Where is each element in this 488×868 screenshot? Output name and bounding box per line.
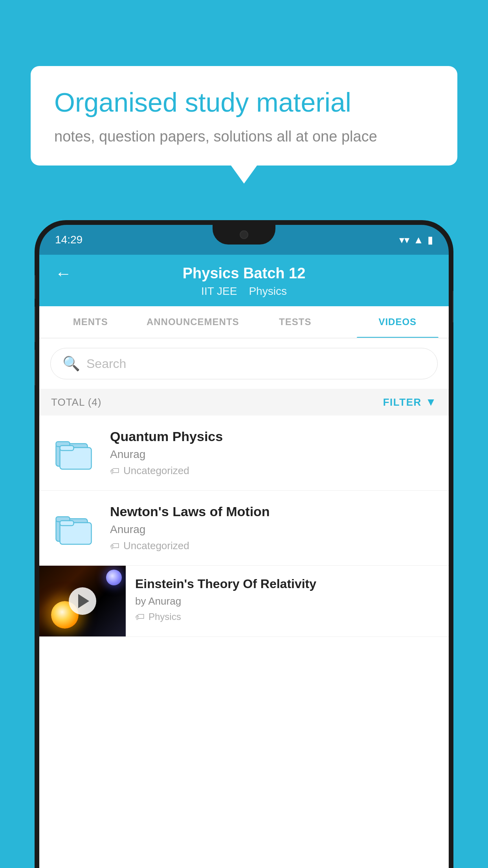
list-item-with-thumb[interactable]: Einstein's Theory Of Relativity by Anura…	[39, 566, 449, 637]
einstein-author: by Anurag	[135, 595, 439, 607]
app-header: ← Physics Batch 12 IIT JEE Physics	[39, 255, 449, 306]
power-button	[453, 291, 453, 322]
phone-frame: 14:29 ▾▾ ▲ ▮ ← Physics Batch 12 IIT JEE …	[35, 220, 453, 868]
svg-rect-7	[60, 521, 74, 526]
volume-up-button	[35, 307, 35, 342]
video-author: Anurag	[110, 448, 437, 461]
folder-icon	[55, 433, 94, 472]
search-placeholder: Search	[86, 357, 126, 371]
filter-icon: ▼	[426, 396, 437, 408]
play-button[interactable]	[69, 587, 96, 615]
einstein-tag-row: 🏷 Physics	[135, 611, 439, 622]
tab-videos[interactable]: VIDEOS	[347, 306, 449, 338]
speech-bubble-subtext: notes, question papers, solutions all at…	[54, 128, 434, 145]
volume-mute-button	[35, 275, 35, 299]
status-icons: ▾▾ ▲ ▮	[399, 234, 433, 246]
video-tag-row: 🏷 Uncategorized	[110, 465, 437, 477]
video-title: Quantum Physics	[110, 429, 437, 444]
search-bar[interactable]: 🔍 Search	[50, 348, 438, 379]
app-screen: ← Physics Batch 12 IIT JEE Physics MENTS…	[39, 255, 449, 868]
video-category: Uncategorized	[123, 465, 189, 477]
video-thumbnail-image	[39, 566, 126, 636]
list-item[interactable]: Quantum Physics Anurag 🏷 Uncategorized	[39, 416, 449, 491]
back-button[interactable]: ←	[55, 264, 72, 283]
filter-row: TOTAL (4) FILTER ▼	[39, 389, 449, 416]
tab-tests[interactable]: TESTS	[244, 306, 347, 338]
video-info-2: Newton's Laws of Motion Anurag 🏷 Uncateg…	[110, 504, 437, 552]
header-top: ← Physics Batch 12	[55, 265, 433, 282]
volume-down-button	[35, 350, 35, 385]
header-subtitle: IIT JEE Physics	[55, 285, 433, 298]
camera-dot	[240, 230, 248, 239]
orb-planet-2	[106, 570, 122, 585]
filter-label: FILTER	[383, 396, 422, 408]
phone-inner: 14:29 ▾▾ ▲ ▮ ← Physics Batch 12 IIT JEE …	[39, 225, 449, 868]
video-thumbnail-folder	[51, 429, 98, 476]
header-tag-iitjee: IIT JEE	[201, 285, 237, 298]
tabs-bar: MENTS ANNOUNCEMENTS TESTS VIDEOS	[39, 306, 449, 338]
folder-icon-2	[55, 508, 94, 547]
signal-icon: ▲	[413, 234, 424, 246]
battery-icon: ▮	[427, 234, 433, 246]
list-item[interactable]: Newton's Laws of Motion Anurag 🏷 Uncateg…	[39, 491, 449, 566]
einstein-video-info: Einstein's Theory Of Relativity by Anura…	[126, 566, 449, 633]
video-info: Quantum Physics Anurag 🏷 Uncategorized	[110, 429, 437, 477]
video-thumbnail-folder-2	[51, 504, 98, 551]
einstein-title: Einstein's Theory Of Relativity	[135, 577, 439, 591]
einstein-category: Physics	[149, 611, 181, 622]
video-list: Quantum Physics Anurag 🏷 Uncategorized	[39, 416, 449, 637]
tab-ments[interactable]: MENTS	[39, 306, 142, 338]
tag-icon: 🏷	[110, 465, 119, 476]
header-tag-physics: Physics	[249, 285, 286, 298]
speech-bubble-wrapper: Organised study material notes, question…	[31, 66, 457, 166]
video-title-2: Newton's Laws of Motion	[110, 504, 437, 519]
einstein-tag-icon: 🏷	[135, 611, 145, 622]
filter-button[interactable]: FILTER ▼	[383, 396, 437, 408]
total-count: TOTAL (4)	[51, 396, 101, 408]
app-title: Physics Batch 12	[183, 265, 306, 282]
search-icon: 🔍	[62, 355, 80, 372]
play-icon	[78, 594, 89, 608]
video-author-2: Anurag	[110, 523, 437, 536]
notch	[213, 225, 275, 245]
wifi-icon: ▾▾	[399, 234, 409, 246]
tag-icon-2: 🏷	[110, 541, 119, 552]
video-tag-row-2: 🏷 Uncategorized	[110, 540, 437, 552]
speech-bubble-headline: Organised study material	[54, 86, 434, 119]
status-bar: 14:29 ▾▾ ▲ ▮	[39, 225, 449, 255]
speech-bubble: Organised study material notes, question…	[31, 66, 457, 166]
status-time: 14:29	[55, 234, 83, 246]
video-category-2: Uncategorized	[123, 540, 189, 552]
tab-announcements[interactable]: ANNOUNCEMENTS	[142, 306, 244, 338]
svg-rect-3	[60, 446, 74, 451]
